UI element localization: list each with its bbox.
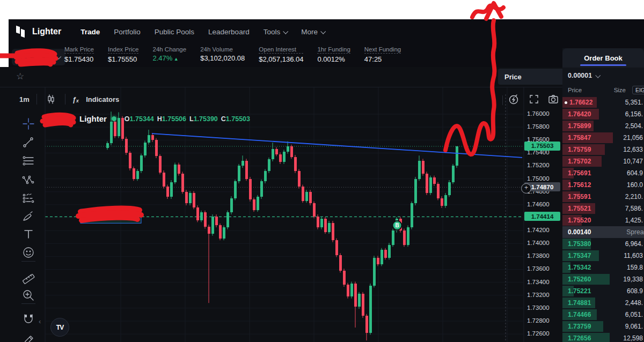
price-axis-tick: 1.76000 (527, 110, 559, 117)
col-size-label: Size (614, 87, 626, 93)
order-book-row-ask[interactable]: 1.755912,210. (562, 191, 644, 203)
price-axis-tick: 1.73400 (527, 279, 559, 285)
row-size: 608.9 (627, 287, 643, 295)
price-tag-level: 1.74414 (524, 212, 560, 221)
order-book-row-ask[interactable]: 1.75612160.0 (562, 179, 644, 191)
price-scale-label: Price (504, 73, 522, 81)
order-book-columns: Price Size EIG (562, 84, 644, 96)
order-book-row-ask[interactable]: 1.755217,586. (562, 203, 644, 214)
row-size: 160.0 (627, 181, 643, 189)
row-price: 1.76420 (568, 110, 591, 118)
order-book-row-bid[interactable]: 1.744666,051. (562, 309, 644, 321)
chevron-down-icon (595, 72, 601, 78)
tradingview-logo[interactable]: TV (50, 318, 69, 337)
chevron-down-icon (283, 28, 288, 34)
order-book-row-bid[interactable]: 1.7265612,598 (562, 332, 644, 342)
row-price: 1.75347 (568, 252, 591, 259)
spread-value: 0.00140 (568, 228, 591, 236)
stat-24h-change: 24h Change2.47% ▲ (152, 46, 186, 63)
row-price: 1.76622 (569, 99, 592, 106)
row-size: 19,338 (623, 276, 643, 283)
order-book-row-ask[interactable]: 1.7570210,747 (562, 155, 644, 167)
order-book-panel: Order Book 0.00001 Price Size EIG 1.7662… (562, 48, 644, 342)
order-book-row-ask[interactable]: 1.764206,156. (562, 108, 644, 120)
stat-value: 0.0012% (317, 55, 350, 63)
stat-label: Next Funding (364, 46, 401, 54)
stat-label: Mark Price (64, 46, 94, 54)
order-book-row-ask[interactable]: 1.7575912,633 (562, 144, 644, 155)
stat-label: Open Interest (259, 46, 303, 54)
nav-item-label: Leaderboard (208, 28, 250, 36)
nav-item-leaderboard[interactable]: Leaderboard (208, 28, 250, 36)
row-price: 1.74881 (568, 299, 591, 307)
row-size: 9,061. (625, 323, 643, 330)
price-axis-tick: 1.73000 (527, 304, 559, 311)
ohlc-key: H (157, 115, 162, 123)
row-price: 1.72656 (568, 334, 591, 342)
order-book-tab[interactable]: Order Book (562, 48, 644, 68)
nav-item-portfolio[interactable]: Portfolio (114, 28, 141, 36)
row-size: 2,210. (625, 193, 643, 200)
stat-open-interest: Open Interest$2,057,136.04 (259, 46, 303, 63)
market-stats-bar: Mark Price$1.75430Index Price$1.7555024h… (64, 46, 401, 63)
order-book-row-ask[interactable]: 1.755201,425. (562, 214, 644, 226)
favorite-star-icon[interactable]: ☆ (16, 71, 24, 82)
order-book-row-ask[interactable]: 1.766225,351. (562, 96, 644, 108)
stat-value: $1.75550 (108, 55, 139, 63)
tick-size-dropdown[interactable]: 0.00001 (562, 68, 644, 84)
stat-1hr-funding: 1hr Funding0.0012% (317, 46, 350, 63)
ohlc-value: 1.75506 (162, 115, 186, 123)
size-unit-badge[interactable]: EIG (632, 86, 644, 94)
stat-24h-volume: 24h Volume$3,102,020.08 (200, 46, 245, 63)
add-order-plus-icon[interactable]: + (521, 183, 531, 194)
stat-index-price: Index Price$1.75550 (108, 46, 139, 63)
stat-label: 24h Volume (200, 46, 245, 53)
row-price: 1.75847 (568, 134, 591, 142)
order-book-row-bid[interactable]: 1.75342159.8 (562, 262, 644, 273)
spread-row: 0.00140Spread (562, 226, 644, 238)
row-price: 1.73759 (568, 323, 591, 330)
stat-value: 2.47% ▲ (152, 54, 186, 62)
order-book-row-bid[interactable]: 1.7526019,338 (562, 273, 644, 285)
order-book-row-ask[interactable]: 1.758992,504. (562, 120, 644, 132)
row-size: 159.8 (627, 264, 643, 271)
nav-item-label: Portfolio (114, 28, 141, 36)
order-book-row-ask[interactable]: 1.7584721,056 (562, 132, 644, 144)
row-size: 6,156. (625, 110, 643, 118)
price-axis-tick: 1.74600 (527, 201, 559, 207)
stat-value: 47:25 (364, 55, 401, 63)
row-price: 1.75691 (568, 169, 591, 177)
nav-item-public-pools[interactable]: Public Pools (155, 28, 194, 36)
stat-value: $1.75430 (64, 55, 94, 63)
ohlc-value: 1.75503 (226, 115, 250, 123)
order-book-tab-label: Order Book (584, 54, 623, 62)
row-price: 1.75759 (568, 146, 591, 153)
alert-icon[interactable] (508, 93, 519, 105)
order-book-row-bid[interactable]: 1.753806,964. (562, 238, 644, 250)
fullscreen-icon[interactable] (528, 93, 540, 105)
price-axis-tick: 1.74200 (527, 227, 559, 233)
nav-item-tools[interactable]: Tools (264, 28, 288, 36)
order-book-row-bid[interactable]: 1.737599,061. (562, 321, 644, 332)
row-size: 1,425. (625, 217, 643, 224)
lighter-logo-icon[interactable] (15, 25, 27, 38)
stat-label: Index Price (108, 46, 139, 54)
last-trade-dot-icon (565, 101, 567, 104)
order-book-row-bid[interactable]: 1.7534711,603 (562, 250, 644, 262)
ohlc-value: 1.75344 (130, 115, 154, 123)
nav-item-trade[interactable]: Trade (80, 28, 100, 36)
market-selector[interactable] (12, 49, 65, 65)
order-book-row-bid[interactable]: 1.748812,448. (562, 297, 644, 309)
camera-screenshot-icon[interactable] (547, 93, 559, 105)
order-book-row-ask[interactable]: 1.75691604.9 (562, 167, 644, 179)
price-chart-canvas[interactable]: B (0, 86, 564, 342)
order-book-row-bid[interactable]: 1.75221608.9 (562, 285, 644, 297)
spread-label: Spread (626, 228, 644, 236)
ohlc-key: O (125, 115, 130, 123)
price-axis-tick: 1.73600 (527, 265, 559, 272)
tick-size-value: 0.00001 (568, 72, 592, 79)
price-axis-tick: 1.72800 (527, 317, 559, 324)
chevron-down-icon (56, 54, 61, 60)
nav-item-more[interactable]: More (301, 28, 325, 36)
nav-item-label: More (301, 28, 318, 36)
